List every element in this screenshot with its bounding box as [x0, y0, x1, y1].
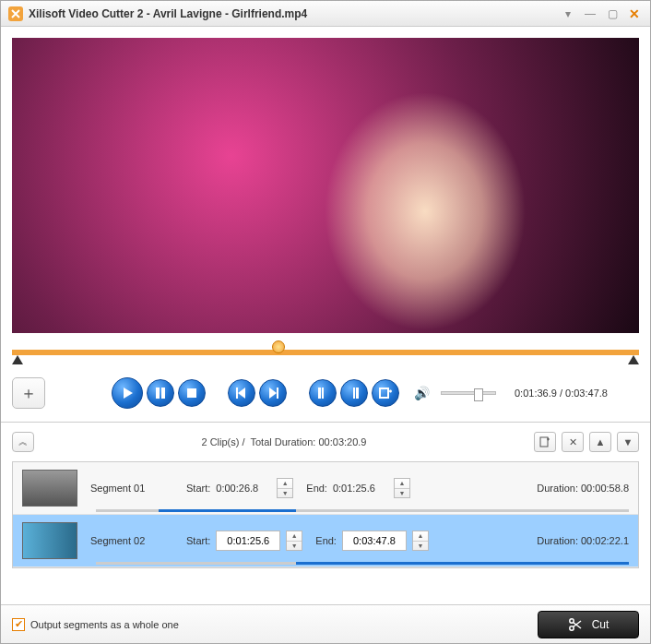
set-end-button[interactable] — [340, 379, 368, 407]
prev-frame-button[interactable] — [228, 379, 255, 407]
window-buttons: ▾ — ▢ ✕ — [560, 7, 643, 20]
play-button[interactable] — [112, 377, 143, 409]
svg-rect-7 — [356, 388, 359, 399]
current-time: 0:01:36.9 — [515, 388, 557, 399]
output-whole-checkbox[interactable]: ✔ — [12, 618, 25, 631]
clip-end-label: End: — [315, 535, 337, 546]
clips-tools: ✕ ▲ ▼ — [534, 432, 639, 452]
cut-button-label: Cut — [592, 618, 610, 631]
svg-rect-2 — [161, 388, 165, 399]
svg-rect-3 — [187, 388, 196, 398]
playhead[interactable] — [272, 340, 285, 353]
total-time: 0:03:47.8 — [565, 388, 608, 399]
svg-rect-8 — [380, 388, 388, 398]
clip-start-input[interactable] — [216, 531, 280, 551]
window-title: Xilisoft Video Cutter 2 - Avril Lavigne … — [29, 7, 560, 20]
time-display: 0:01:36.9 / 0:03:47.8 — [515, 388, 608, 399]
clips-list: Segment 01Start:0:00:26.8▲▼End:0:01:25.6… — [12, 461, 639, 568]
set-start-button[interactable] — [309, 379, 337, 407]
clip-count: 2 Clip(s) — [202, 436, 240, 447]
clip-thumbnail — [22, 470, 77, 507]
app-window: Xilisoft Video Cutter 2 - Avril Lavigne … — [0, 0, 651, 644]
clips-summary: 2 Clip(s) / Total Duration: 00:03:20.9 — [34, 436, 534, 447]
scissors-icon — [568, 617, 583, 632]
clip-name: Segment 01 — [90, 483, 173, 494]
clip-end-input[interactable] — [342, 531, 407, 551]
volume-icon[interactable]: 🔊 — [414, 386, 430, 400]
move-down-button[interactable]: ▼ — [617, 432, 639, 452]
divider — [1, 422, 650, 423]
next-frame-button[interactable] — [259, 379, 287, 407]
clip-start-value: 0:00:26.8 — [216, 483, 271, 494]
range-end-handle[interactable] — [628, 355, 639, 364]
move-up-button[interactable]: ▲ — [589, 432, 611, 452]
new-clip-button[interactable] — [372, 379, 399, 407]
range-start-handle[interactable] — [12, 355, 23, 364]
maximize-button[interactable]: ▢ — [604, 7, 621, 20]
collapse-clips-button[interactable]: ︽ — [12, 432, 34, 452]
clip-row[interactable]: Segment 02Start:▲▼End:▲▼Duration: 00:02:… — [13, 515, 638, 567]
clip-range-bar — [96, 509, 629, 512]
clip-start-label: Start: — [186, 535, 210, 546]
add-file-button[interactable]: ＋ — [12, 377, 45, 409]
svg-rect-5 — [277, 388, 278, 399]
video-frame — [12, 38, 639, 333]
clip-end-label: End: — [306, 483, 327, 494]
svg-rect-1 — [156, 388, 160, 399]
clip-name: Segment 02 — [90, 535, 173, 546]
clip-row[interactable]: Segment 01Start:0:00:26.8▲▼End:0:01:25.6… — [13, 462, 638, 515]
clip-duration: Duration: 00:02:22.1 — [537, 535, 629, 546]
total-duration-label: Total Duration: — [250, 436, 315, 447]
timeline-fill — [12, 350, 639, 355]
app-logo-icon — [8, 6, 23, 21]
clip-start-spinner[interactable]: ▲▼ — [277, 478, 293, 498]
clip-range-bar — [96, 562, 629, 565]
total-duration-value: 00:03:20.9 — [318, 436, 366, 447]
clip-thumbnail — [22, 522, 77, 559]
titlebar: Xilisoft Video Cutter 2 - Avril Lavigne … — [1, 1, 650, 27]
svg-rect-9 — [540, 437, 548, 447]
help-button[interactable]: ▾ — [560, 7, 576, 20]
clip-end-spinner[interactable]: ▲▼ — [394, 478, 410, 498]
pause-button[interactable] — [147, 379, 174, 407]
stop-button[interactable] — [178, 379, 206, 407]
clip-end-spinner[interactable]: ▲▼ — [412, 531, 429, 551]
footer: ✔ Output segments as a whole one Cut — [1, 604, 650, 643]
svg-rect-4 — [236, 388, 238, 399]
add-clip-button[interactable] — [534, 432, 556, 452]
volume-slider[interactable] — [441, 391, 496, 395]
minimize-button[interactable]: — — [582, 7, 598, 20]
output-whole-label: Output segments as a whole one — [30, 619, 179, 630]
clip-start-label: Start: — [186, 483, 210, 494]
delete-clip-button[interactable]: ✕ — [562, 432, 584, 452]
close-button[interactable]: ✕ — [626, 7, 643, 20]
clip-start-spinner[interactable]: ▲▼ — [286, 531, 302, 551]
video-preview[interactable] — [12, 38, 639, 333]
clip-duration: Duration: 00:00:58.8 — [537, 483, 629, 494]
clips-header: ︽ 2 Clip(s) / Total Duration: 00:03:20.9… — [12, 428, 639, 456]
controls-row: ＋ 🔊 0:01:36.9 / 0:03:47.8 — [12, 372, 639, 414]
svg-rect-6 — [318, 388, 321, 399]
cut-button[interactable]: Cut — [538, 611, 639, 638]
clip-end-value: 0:01:25.6 — [333, 483, 388, 494]
timeline[interactable] — [12, 339, 639, 364]
